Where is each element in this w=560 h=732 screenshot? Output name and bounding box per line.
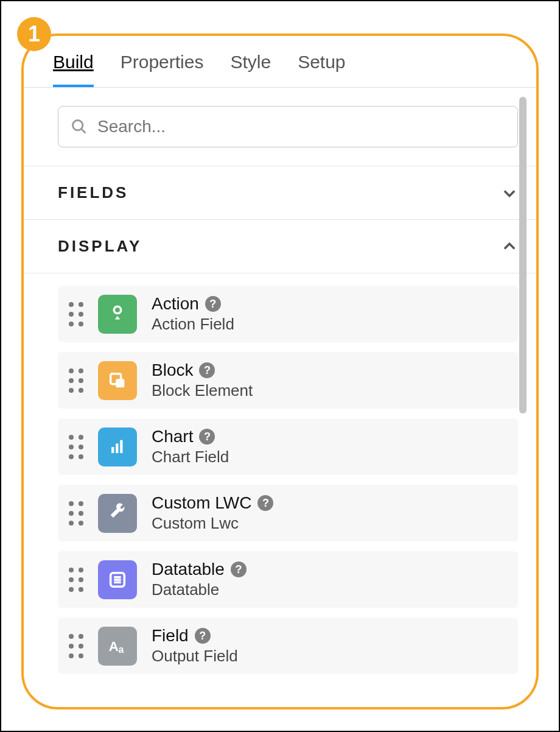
svg-rect-4: [116, 379, 124, 387]
item-text: Block ? Block Element: [152, 361, 253, 400]
item-subtitle: Chart Field: [152, 448, 229, 466]
chart-icon: [98, 428, 137, 466]
search-box[interactable]: [58, 106, 518, 147]
chevron-down-icon: [501, 185, 518, 202]
wrench-icon: [98, 494, 137, 533]
item-subtitle: Output Field: [152, 647, 238, 666]
list-icon: [98, 560, 137, 599]
item-chart[interactable]: Chart ? Chart Field: [58, 418, 518, 475]
svg-rect-5: [111, 447, 114, 453]
item-title: Custom LWC: [152, 493, 251, 513]
item-title: Block: [152, 361, 193, 380]
chevron-up-icon: [501, 238, 518, 255]
section-title-fields: FIELDS: [58, 183, 128, 202]
tab-properties[interactable]: Properties: [121, 52, 204, 87]
item-subtitle: Datatable: [152, 580, 247, 599]
item-title: Datatable: [152, 560, 225, 579]
block-icon: [98, 361, 137, 400]
item-datatable[interactable]: Datatable ? Datatable: [58, 551, 518, 608]
svg-rect-6: [116, 443, 118, 453]
section-title-display: DISPLAY: [58, 237, 142, 256]
text-icon: Aa: [98, 627, 137, 666]
help-icon[interactable]: ?: [205, 296, 221, 312]
item-text: Custom LWC ? Custom Lwc: [152, 493, 273, 533]
display-items: Action ? Action Field Block ? Block Elem…: [24, 273, 536, 674]
section-header-display[interactable]: DISPLAY: [24, 219, 536, 273]
item-block[interactable]: Block ? Block Element: [58, 352, 518, 409]
help-icon[interactable]: ?: [199, 362, 215, 378]
drag-handle-icon[interactable]: [69, 634, 83, 658]
help-icon[interactable]: ?: [199, 429, 215, 445]
item-subtitle: Block Element: [152, 381, 253, 400]
item-subtitle: Action Field: [152, 315, 234, 334]
drag-handle-icon[interactable]: [69, 302, 83, 326]
item-text: Field ? Output Field: [152, 626, 238, 666]
search-wrap: [24, 88, 536, 166]
svg-text:a: a: [119, 644, 124, 655]
item-text: Datatable ? Datatable: [152, 560, 247, 599]
item-title: Field: [152, 626, 189, 646]
help-icon[interactable]: ?: [257, 495, 273, 511]
drag-handle-icon[interactable]: [69, 501, 83, 526]
tab-build[interactable]: Build: [53, 52, 94, 87]
svg-point-2: [114, 306, 121, 313]
svg-text:A: A: [109, 638, 119, 653]
callout-number: 1: [28, 21, 40, 47]
callout-badge: 1: [17, 17, 51, 51]
item-title: Chart: [152, 427, 193, 446]
item-subtitle: Custom Lwc: [152, 514, 273, 533]
svg-line-1: [82, 129, 86, 133]
build-panel: Build Properties Style Setup FIELDS DISP…: [21, 33, 539, 709]
help-icon[interactable]: ?: [231, 561, 247, 577]
item-custom-lwc[interactable]: Custom LWC ? Custom Lwc: [58, 485, 518, 541]
svg-point-0: [73, 121, 83, 130]
section-header-fields[interactable]: FIELDS: [24, 166, 536, 219]
item-field[interactable]: Aa Field ? Output Field: [58, 618, 518, 674]
item-text: Chart ? Chart Field: [152, 427, 229, 466]
drag-handle-icon[interactable]: [69, 435, 83, 459]
search-icon: [71, 118, 88, 135]
tab-setup[interactable]: Setup: [298, 52, 345, 87]
drag-handle-icon[interactable]: [69, 368, 83, 393]
svg-rect-7: [120, 440, 122, 452]
item-action[interactable]: Action ? Action Field: [58, 286, 518, 342]
help-icon[interactable]: ?: [195, 628, 211, 644]
scrollbar[interactable]: [519, 97, 527, 414]
item-text: Action ? Action Field: [152, 294, 234, 334]
action-icon: [98, 295, 137, 334]
tabs: Build Properties Style Setup: [24, 36, 536, 88]
item-title: Action: [152, 294, 199, 314]
search-input[interactable]: [97, 117, 505, 136]
tab-style[interactable]: Style: [230, 52, 271, 87]
drag-handle-icon[interactable]: [69, 568, 83, 592]
